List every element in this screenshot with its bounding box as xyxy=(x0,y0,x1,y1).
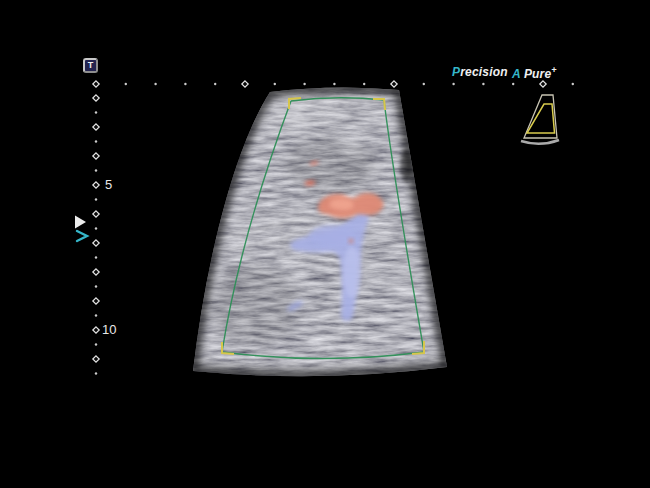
orientation-t-marker: T xyxy=(83,58,98,73)
cyan-chevron-icon xyxy=(77,231,87,241)
apure-label-plus: + xyxy=(551,65,556,75)
apure-label: APure+ xyxy=(512,65,557,81)
precision-label-rest: recision xyxy=(460,65,508,79)
focus-arrow-icon xyxy=(75,216,86,229)
precision-label: Precision xyxy=(452,65,508,79)
apure-label-prefix: A xyxy=(512,67,521,81)
apure-label-rest: Pure xyxy=(524,67,551,81)
precision-label-prefix: P xyxy=(452,65,460,79)
depth-label-5cm: 5 xyxy=(105,178,112,192)
ultrasound-screen: T Precision APure+ 5 10 xyxy=(0,0,650,488)
depth-label-10cm: 10 xyxy=(102,323,116,337)
scan-geometry-icon xyxy=(521,95,559,144)
